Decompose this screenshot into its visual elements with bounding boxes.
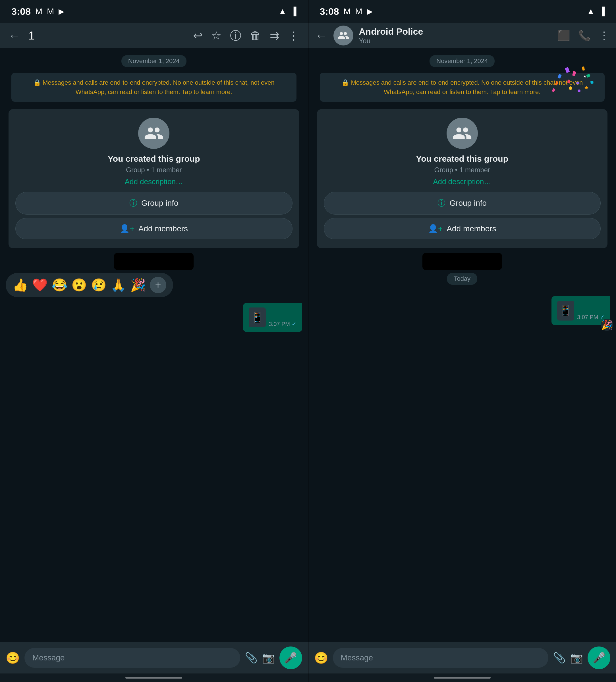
mail2-icon-left: M xyxy=(47,6,54,16)
chat-bar-right: ← Android Police You ⬛ 📞 ⋮ xyxy=(308,23,616,48)
svg-rect-3 xyxy=(557,74,562,79)
emoji-sad[interactable]: 😢 xyxy=(91,278,107,292)
emoji-pray[interactable]: 🙏 xyxy=(111,278,126,292)
chat-avatar-icon-right xyxy=(337,29,349,42)
svg-rect-1 xyxy=(572,71,576,76)
home-indicator-left xyxy=(0,674,308,682)
emoji-wow[interactable]: 😮 xyxy=(71,278,87,292)
emoji-button-left[interactable]: 😊 xyxy=(6,651,20,665)
sent-bubble-left: 📱 3:07 PM ✓ xyxy=(243,303,302,332)
group-info-button-right[interactable]: ⓘ Group info xyxy=(324,192,601,214)
svg-marker-13 xyxy=(584,75,586,77)
add-members-icon-left: 👤+ xyxy=(120,224,134,233)
sent-message-container-right: 📱 3:07 PM ✓ 🎉 xyxy=(308,293,616,328)
emoji-party[interactable]: 🎉 xyxy=(130,278,146,292)
more-options-icon[interactable]: ⋮ xyxy=(599,29,609,42)
home-bar-right xyxy=(434,677,491,679)
left-panel: 3:08 M M ▶ ▲ ▐ ← 1 ↩ ☆ ⓘ 🗑 ⇉ ⋮ November … xyxy=(0,0,308,682)
lock-icon-right: 🔒 xyxy=(342,79,349,86)
message-wrapper-left xyxy=(0,253,308,270)
back-button-right[interactable]: ← xyxy=(315,28,328,43)
svg-rect-11 xyxy=(552,88,555,92)
mic-button-right[interactable]: 🎤 xyxy=(588,646,610,669)
encrypt-text-left: Messages and calls are end-to-end encryp… xyxy=(43,79,274,95)
add-members-label-left: Add members xyxy=(138,224,188,233)
svg-rect-4 xyxy=(586,74,590,78)
status-bar-left: 3:08 M M ▶ ▲ ▐ xyxy=(0,0,308,23)
forward-icon[interactable]: ⇉ xyxy=(270,29,280,42)
message-time-right: 3:07 PM ✓ xyxy=(577,314,604,321)
delete-icon[interactable]: 🗑 xyxy=(250,29,261,42)
back-button[interactable]: ← xyxy=(8,29,20,42)
group-meta-right: Group • 1 member xyxy=(434,166,490,174)
add-description-left[interactable]: Add description… xyxy=(125,177,183,186)
add-members-icon-right: 👤+ xyxy=(428,224,443,233)
svg-rect-0 xyxy=(565,67,570,73)
group-avatar-right xyxy=(446,118,478,149)
message-thumbnail-left: 📱 xyxy=(249,308,266,327)
chat-avatar-right[interactable] xyxy=(333,26,353,45)
camera-button-right[interactable]: 📷 xyxy=(570,652,583,664)
mail2-icon-right: M xyxy=(355,6,362,16)
selected-count: 1 xyxy=(28,29,35,42)
status-time-left: 3:08 xyxy=(12,6,31,17)
check-mark-left: ✓ xyxy=(292,321,296,327)
reply-icon[interactable]: ↩ xyxy=(193,29,203,42)
group-card-left: You created this group Group • 1 member … xyxy=(8,109,299,248)
group-avatar-icon-left xyxy=(144,123,164,143)
message-placeholder-right: Message xyxy=(341,653,373,662)
sent-bubble-right: 📱 3:07 PM ✓ 🎉 xyxy=(551,296,610,325)
add-members-button-right[interactable]: 👤+ Add members xyxy=(324,218,601,239)
encrypt-notice-left[interactable]: 🔒 Messages and calls are end-to-end encr… xyxy=(12,73,296,102)
add-description-right[interactable]: Add description… xyxy=(433,177,491,186)
input-bar-left: 😊 Message 📎 📷 🎤 xyxy=(0,642,308,674)
camera-button-left[interactable]: 📷 xyxy=(262,652,275,664)
attach-button-right[interactable]: 📎 xyxy=(553,652,566,664)
group-card-right: You created this group Group • 1 member … xyxy=(317,109,608,248)
date-chip-right: November 1, 2024 xyxy=(430,55,494,67)
home-bar-left xyxy=(125,677,182,679)
voice-call-icon[interactable]: 📞 xyxy=(578,29,591,42)
youtube-icon-left: ▶ xyxy=(59,7,64,16)
group-info-icon-right: ⓘ xyxy=(438,198,445,209)
add-members-label-right: Add members xyxy=(446,224,496,233)
group-info-button-left[interactable]: ⓘ Group info xyxy=(15,192,292,214)
svg-rect-6 xyxy=(576,82,579,84)
attach-button-left[interactable]: 📎 xyxy=(245,652,258,664)
group-info-label-right: Group info xyxy=(449,199,487,208)
add-members-button-left[interactable]: 👤+ Add members xyxy=(15,218,292,239)
chat-sub-right: You xyxy=(359,37,552,45)
video-call-icon[interactable]: ⬛ xyxy=(557,29,570,42)
svg-marker-12 xyxy=(585,86,589,90)
mic-button-left[interactable]: 🎤 xyxy=(280,646,302,669)
date-chip-left: November 1, 2024 xyxy=(122,55,186,67)
more-icon[interactable]: ⋮ xyxy=(288,29,299,42)
chat-background-right: November 1, 2024 🔒 Messages and calls ar… xyxy=(308,48,616,642)
group-avatar-left xyxy=(138,118,170,149)
group-info-label-left: Group info xyxy=(141,199,178,208)
sent-message-container-left: 📱 3:07 PM ✓ xyxy=(0,300,308,335)
today-chip-right: Today xyxy=(447,273,477,285)
redacted-message-left xyxy=(114,253,194,270)
chat-bar-icons-right: ⬛ 📞 ⋮ xyxy=(557,29,609,42)
emoji-heart[interactable]: ❤️ xyxy=(32,278,48,292)
group-avatar-icon-right xyxy=(452,123,472,143)
confetti-area xyxy=(542,65,599,116)
svg-rect-2 xyxy=(582,67,585,71)
group-info-icon-left: ⓘ xyxy=(129,198,137,209)
info-icon[interactable]: ⓘ xyxy=(230,28,241,44)
emoji-more-button[interactable]: + xyxy=(150,277,166,293)
action-bar: ← 1 ↩ ☆ ⓘ 🗑 ⇉ ⋮ xyxy=(0,23,308,48)
emoji-laugh[interactable]: 😂 xyxy=(52,278,67,292)
battery-icon-right: ▐ xyxy=(599,7,604,16)
emoji-reaction-bar[interactable]: 👍 ❤️ 😂 😮 😢 🙏 🎉 + xyxy=(6,273,173,297)
svg-point-9 xyxy=(569,86,572,90)
message-input-left[interactable]: Message xyxy=(24,648,240,668)
svg-rect-7 xyxy=(555,81,558,86)
chat-info-right[interactable]: Android Police You xyxy=(359,26,552,45)
redacted-message-right xyxy=(422,253,502,270)
emoji-thumbsup[interactable]: 👍 xyxy=(13,278,28,292)
emoji-button-right[interactable]: 😊 xyxy=(314,651,328,665)
message-input-right[interactable]: Message xyxy=(333,648,549,668)
star-icon[interactable]: ☆ xyxy=(211,29,221,42)
